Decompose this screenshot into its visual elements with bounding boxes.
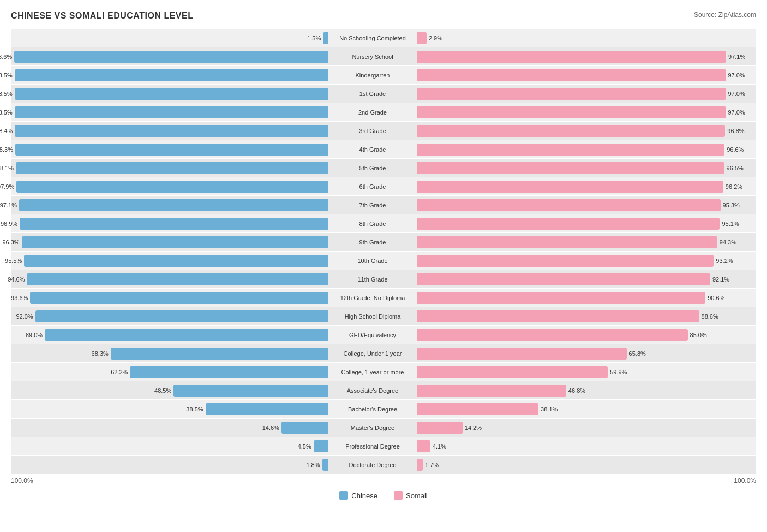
bar-row: 62.2%College, 1 year or more59.9%: [11, 363, 756, 381]
blue-bar: 1.8%: [322, 459, 328, 471]
bar-row: 93.6%12th Grade, No Diploma90.6%: [11, 289, 756, 307]
bar-row: 92.0%High School Diploma88.6%: [11, 307, 756, 325]
pink-bar: 4.1%: [417, 440, 430, 452]
center-label: Professional Degree: [329, 443, 416, 450]
right-value-label: 65.8%: [629, 350, 646, 357]
bar-row: 98.5%Kindergarten97.0%: [11, 66, 756, 84]
blue-bar: 94.6%: [27, 273, 328, 285]
right-bar-container: 88.6%: [416, 307, 734, 325]
bar-row: 98.6%Nursery School97.1%: [11, 47, 756, 65]
right-bar-container: 97.0%: [416, 103, 734, 121]
axis-left-label: 100.0%: [11, 477, 33, 485]
left-bar-container: 98.6%: [11, 47, 329, 65]
right-bar-container: 1.7%: [416, 456, 734, 474]
blue-bar: 98.5%: [15, 88, 328, 100]
blue-bar: 14.6%: [281, 422, 328, 434]
legend-somali-box: [394, 491, 403, 500]
left-bar-container: 68.3%: [11, 344, 329, 362]
blue-bar: 98.4%: [15, 125, 328, 137]
left-bar-container: 98.5%: [11, 85, 329, 103]
blue-bar: 96.9%: [20, 218, 328, 230]
left-value-label: 98.5%: [0, 72, 13, 79]
right-bar-container: 92.1%: [416, 270, 734, 288]
legend-somali-label: Somali: [406, 492, 428, 500]
right-bar-container: 96.2%: [416, 177, 734, 195]
blue-bar: 98.5%: [15, 106, 328, 118]
right-bar-container: 65.8%: [416, 344, 734, 362]
right-value-label: 59.9%: [610, 369, 627, 375]
bar-row: 4.5%Professional Degree4.1%: [11, 437, 756, 455]
bar-row: 97.9%6th Grade96.2%: [11, 177, 756, 195]
right-value-label: 90.6%: [708, 295, 724, 301]
left-value-label: 4.5%: [298, 443, 311, 450]
left-bar-container: 96.9%: [11, 214, 329, 232]
left-bar-container: 96.3%: [11, 233, 329, 251]
pink-bar: 96.2%: [417, 181, 723, 193]
pink-bar: 97.1%: [417, 51, 726, 63]
center-label: 3rd Grade: [329, 128, 416, 134]
blue-bar: 4.5%: [314, 440, 328, 452]
pink-bar: 96.5%: [417, 162, 724, 174]
center-label: 12th Grade, No Diploma: [329, 295, 416, 301]
blue-bar: 98.1%: [16, 162, 328, 174]
legend-chinese-box: [339, 491, 348, 500]
center-label: GED/Equivalency: [329, 332, 416, 338]
center-label: College, 1 year or more: [329, 369, 416, 375]
right-bar-container: 96.5%: [416, 159, 734, 177]
pink-bar: 38.1%: [417, 403, 538, 415]
left-value-label: 98.6%: [0, 53, 12, 60]
pink-bar: 59.9%: [417, 366, 608, 378]
pink-bar: 96.6%: [417, 144, 724, 156]
center-label: High School Diploma: [329, 313, 416, 320]
left-value-label: 97.1%: [0, 202, 17, 208]
right-bar-container: 95.3%: [416, 196, 734, 214]
bar-row: 68.3%College, Under 1 year65.8%: [11, 344, 756, 362]
center-label: No Schooling Completed: [329, 35, 416, 41]
right-bar-container: 93.2%: [416, 252, 734, 270]
right-value-label: 38.1%: [541, 406, 558, 413]
chart-container: Chinese vs Somali Education Level Source…: [11, 11, 756, 500]
pink-bar: 96.8%: [417, 125, 725, 137]
pink-bar: 88.6%: [417, 310, 699, 322]
center-label: 7th Grade: [329, 202, 416, 208]
right-value-label: 97.1%: [728, 53, 745, 60]
blue-bar: 98.5%: [15, 69, 328, 81]
left-value-label: 96.9%: [1, 220, 17, 227]
left-value-label: 68.3%: [92, 350, 109, 357]
chart-legend: Chinese Somali: [11, 491, 756, 500]
blue-bar: 48.5%: [173, 385, 328, 397]
right-value-label: 14.2%: [465, 425, 482, 431]
pink-bar: 85.0%: [417, 329, 688, 341]
left-value-label: 93.6%: [11, 295, 28, 301]
left-value-label: 94.6%: [8, 276, 25, 283]
chart-area: 1.5%No Schooling Completed2.9%98.6%Nurse…: [11, 29, 756, 474]
center-label: 1st Grade: [329, 91, 416, 97]
pink-bar: 93.2%: [417, 255, 714, 267]
bar-row: 1.8%Doctorate Degree1.7%: [11, 456, 756, 474]
left-bar-container: 1.5%: [11, 29, 329, 47]
right-bar-container: 97.0%: [416, 85, 734, 103]
left-bar-container: 4.5%: [11, 437, 329, 455]
left-value-label: 48.5%: [154, 387, 171, 394]
left-bar-container: 89.0%: [11, 326, 329, 344]
blue-bar: 97.1%: [19, 199, 328, 211]
center-label: Associate's Degree: [329, 387, 416, 394]
pink-bar: 90.6%: [417, 292, 705, 304]
blue-bar: 68.3%: [111, 348, 328, 360]
left-value-label: 98.3%: [0, 146, 13, 153]
left-value-label: 95.5%: [5, 258, 22, 264]
left-value-label: 89.0%: [26, 332, 43, 338]
right-bar-container: 38.1%: [416, 400, 734, 418]
left-value-label: 98.5%: [0, 109, 13, 116]
right-bar-container: 46.8%: [416, 381, 734, 399]
center-label: 10th Grade: [329, 258, 416, 264]
left-value-label: 96.3%: [2, 239, 19, 246]
right-bar-container: 2.9%: [416, 29, 734, 47]
blue-bar: 96.3%: [22, 236, 328, 248]
left-value-label: 98.1%: [0, 165, 14, 171]
right-bar-container: 94.3%: [416, 233, 734, 251]
left-bar-container: 1.8%: [11, 456, 329, 474]
blue-bar: 62.2%: [130, 366, 328, 378]
bar-row: 96.9%8th Grade95.1%: [11, 214, 756, 232]
bar-row: 94.6%11th Grade92.1%: [11, 270, 756, 288]
